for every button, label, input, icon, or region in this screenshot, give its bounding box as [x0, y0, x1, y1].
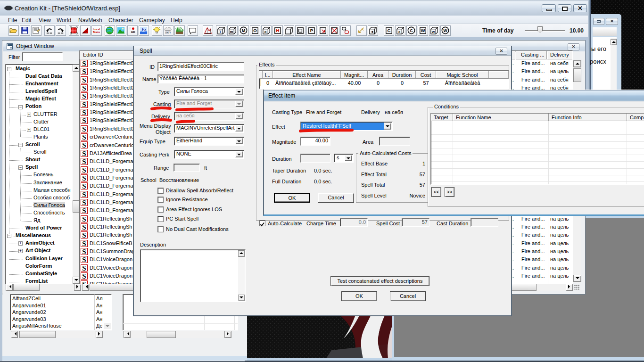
svg-text:T: T	[219, 30, 222, 34]
svg-text:HK: HK	[131, 30, 135, 33]
svg-text:Fx: Fx	[141, 27, 147, 32]
svg-text:m: m	[230, 30, 233, 34]
svg-text:c: c	[398, 30, 401, 34]
svg-text:Local: Local	[93, 28, 100, 31]
svg-text:O: O	[253, 28, 256, 33]
svg-text:◄: ◄	[370, 30, 374, 34]
svg-text:W: W	[443, 28, 447, 33]
svg-text:Trans: Trans	[93, 31, 100, 33]
svg-text:H: H	[276, 28, 280, 33]
svg-text:C: C	[410, 28, 413, 33]
svg-text:C: C	[388, 28, 391, 33]
svg-text:M: M	[242, 28, 245, 33]
svg-text:SKY: SKY	[165, 31, 172, 34]
svg-text:o: o	[264, 30, 267, 34]
svg-text:W: W	[421, 28, 425, 33]
svg-text:w: w	[431, 30, 435, 34]
svg-text:P: P	[310, 28, 314, 33]
